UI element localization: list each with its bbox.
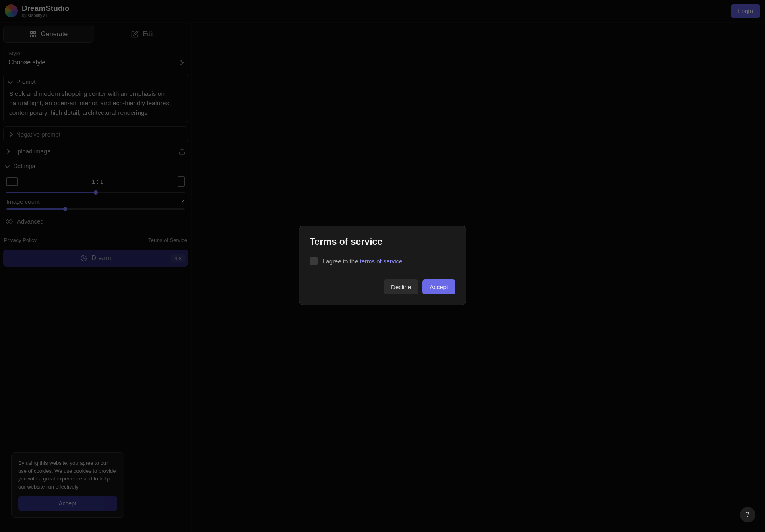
agree-text: I agree to the terms of service: [323, 258, 402, 265]
tos-modal: Terms of service I agree to the terms of…: [299, 226, 466, 305]
modal-actions: Decline Accept: [310, 279, 455, 294]
modal-agree-row: I agree to the terms of service: [310, 257, 455, 265]
accept-button[interactable]: Accept: [422, 279, 455, 294]
modal-overlay[interactable]: Terms of service I agree to the terms of…: [0, 0, 765, 532]
decline-button[interactable]: Decline: [384, 279, 418, 294]
modal-title: Terms of service: [310, 236, 455, 247]
agree-prefix: I agree to the: [323, 258, 360, 265]
help-button[interactable]: ?: [740, 507, 755, 522]
tos-inline-link[interactable]: terms of service: [360, 258, 403, 265]
agree-checkbox[interactable]: [310, 257, 318, 265]
